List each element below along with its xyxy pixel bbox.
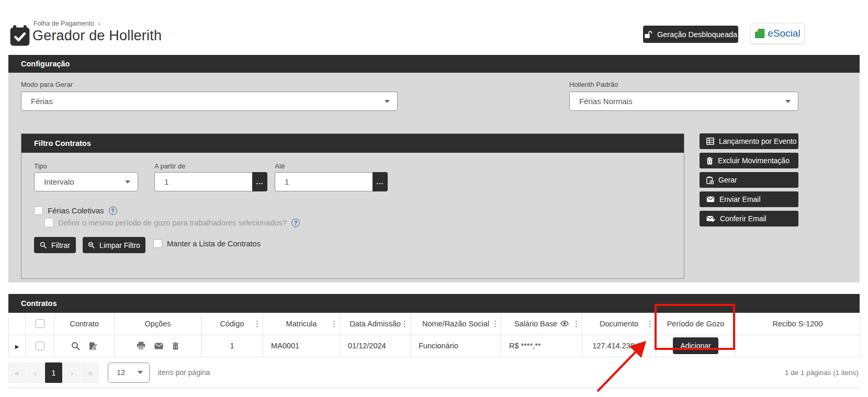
pager: « ‹ 1 › » bbox=[8, 362, 99, 383]
a-partir-de-input[interactable] bbox=[154, 172, 252, 191]
column-codigo-label: Código bbox=[220, 320, 244, 328]
column-opcoes: Opções bbox=[115, 313, 201, 335]
column-menu-icon[interactable]: ⋮ bbox=[491, 319, 498, 328]
ate-input[interactable] bbox=[275, 172, 373, 191]
column-data-admissao[interactable]: Data Admissão ⋮ bbox=[340, 313, 411, 335]
column-salario-base[interactable]: Salário Base ⋮ bbox=[501, 313, 582, 335]
column-menu-icon[interactable]: ⋮ bbox=[572, 319, 579, 328]
cell-matricula: MA0001 bbox=[263, 335, 340, 357]
column-periodo-de-gozo: Período de Gozo bbox=[656, 313, 736, 335]
a-partir-de-more-button[interactable]: ... bbox=[252, 172, 267, 191]
modo-para-gerar-select[interactable]: Férias bbox=[21, 92, 398, 111]
gerar-button[interactable]: Gerar bbox=[700, 172, 798, 188]
column-nome-razao-social[interactable]: Nome/Razão Social ⋮ bbox=[411, 313, 501, 335]
edit-contract-icon[interactable] bbox=[88, 342, 98, 350]
definir-periodo-label: Definir o mesmo período de gozo para tra… bbox=[58, 219, 287, 227]
hollerith-padrao-value: Férias Normais bbox=[579, 97, 633, 106]
page-size-value: 12 bbox=[117, 368, 125, 377]
manter-lista-checkbox[interactable] bbox=[153, 239, 162, 248]
definir-periodo-help-icon[interactable]: ? bbox=[291, 219, 300, 227]
column-nome-label: Nome/Razão Social bbox=[422, 320, 489, 328]
definir-periodo-checkbox[interactable] bbox=[44, 218, 53, 227]
cell-data-admissao: 01/12/2024 bbox=[340, 335, 411, 357]
ferias-coletivas-help-icon[interactable]: ? bbox=[109, 207, 117, 215]
ferias-coletivas-checkbox[interactable] bbox=[34, 206, 43, 215]
column-matricula[interactable]: Matricula ⋮ bbox=[263, 313, 340, 335]
hollerith-padrao-select[interactable]: Férias Normais bbox=[569, 92, 798, 111]
cell-recibo-s1200 bbox=[736, 335, 860, 357]
clear-search-icon bbox=[88, 242, 95, 248]
first-page-button[interactable]: « bbox=[8, 362, 26, 383]
hollerith-padrao-label: Hollerith Padrão bbox=[569, 81, 618, 88]
prev-page-button[interactable]: ‹ bbox=[27, 362, 44, 383]
search-icon bbox=[40, 242, 47, 248]
page-title: Gerador de Hollerith bbox=[32, 28, 162, 44]
filtro-contratos-header: Filtro Contratos bbox=[21, 134, 684, 153]
geracao-desbloqueada-button[interactable]: Geração Desbloqueada bbox=[643, 26, 738, 43]
breadcrumb: Folha de Pagamento › bbox=[33, 19, 100, 28]
last-page-button[interactable]: » bbox=[82, 362, 99, 383]
column-menu-icon[interactable]: ⋮ bbox=[401, 319, 407, 328]
clipboard-calc-icon bbox=[706, 176, 714, 184]
adicionar-button[interactable]: Adicionar bbox=[673, 337, 718, 354]
conferir-email-button[interactable]: Conferir Email bbox=[700, 211, 798, 226]
column-matricula-label: Matricula bbox=[286, 320, 317, 328]
tipo-select[interactable]: Intervalo bbox=[34, 172, 138, 191]
column-recibo-label: Recibo S-1200 bbox=[773, 320, 823, 328]
breadcrumb-link[interactable]: Folha de Pagamento bbox=[33, 20, 94, 27]
column-data-admissao-label: Data Admissão bbox=[350, 320, 401, 328]
contratos-section-header: Contratos bbox=[8, 294, 860, 313]
column-opcoes-label: Opções bbox=[145, 320, 171, 328]
eye-icon[interactable] bbox=[560, 321, 569, 326]
a-partir-de-label: A partir de bbox=[154, 162, 185, 170]
limpar-filtro-button[interactable]: Limpar Filtro bbox=[83, 237, 145, 253]
view-contract-icon[interactable] bbox=[71, 342, 80, 350]
column-documento-label: Documento bbox=[600, 320, 638, 328]
column-menu-icon[interactable]: ⋮ bbox=[646, 319, 652, 328]
next-page-button[interactable]: › bbox=[63, 362, 81, 383]
column-menu-icon[interactable]: ⋮ bbox=[330, 319, 336, 328]
cell-codigo: 1 bbox=[201, 335, 263, 357]
esocial-button[interactable]: eSocial bbox=[750, 23, 805, 44]
tipo-label: Tipo bbox=[34, 162, 47, 170]
column-menu-icon[interactable]: ⋮ bbox=[253, 319, 260, 328]
row-expand-icon[interactable]: ▶ bbox=[15, 344, 19, 349]
items-per-page-label: itens por página bbox=[158, 368, 210, 377]
filtro-contratos-title: Filtro Contratos bbox=[34, 139, 91, 148]
ate-more-button[interactable]: ... bbox=[373, 172, 388, 191]
excluir-movimentacao-button[interactable]: Excluir Movimentação bbox=[700, 153, 798, 168]
configuracao-panel: Modo para Gerar Férias Hollerith Padrão … bbox=[8, 73, 860, 282]
column-codigo[interactable]: Código ⋮ bbox=[201, 313, 263, 335]
esocial-logo-icon bbox=[754, 28, 765, 39]
ate-label: Até bbox=[275, 162, 285, 170]
select-all-checkbox[interactable] bbox=[36, 319, 44, 328]
chevron-down-icon bbox=[385, 100, 390, 103]
esocial-label: eSocial bbox=[768, 28, 800, 39]
filtrar-button[interactable]: Filtrar bbox=[34, 237, 76, 253]
page-size-select[interactable]: 12 bbox=[108, 362, 150, 383]
unlock-icon bbox=[644, 30, 652, 39]
page-1-button[interactable]: 1 bbox=[45, 362, 62, 383]
envelope-icon bbox=[706, 196, 715, 202]
chevron-down-icon bbox=[125, 180, 130, 184]
conferir-email-label: Conferir Email bbox=[720, 214, 766, 223]
column-salario-label: Salário Base bbox=[514, 320, 557, 328]
column-documento[interactable]: Documento ⋮ bbox=[582, 313, 656, 335]
expand-column-header bbox=[9, 313, 26, 335]
tipo-value: Intervalo bbox=[44, 177, 74, 186]
column-recibo-s1200: Recibo S-1200 bbox=[736, 313, 860, 335]
enviar-email-button[interactable]: Enviar Email bbox=[700, 191, 798, 207]
delete-icon[interactable] bbox=[172, 342, 179, 350]
gerar-label: Gerar bbox=[718, 176, 737, 184]
email-icon[interactable] bbox=[154, 343, 163, 349]
ferias-coletivas-label: Férias Coletivas bbox=[48, 206, 104, 215]
chevron-down-icon bbox=[785, 100, 791, 103]
column-periodo-label: Período de Gozo bbox=[667, 320, 725, 328]
lancamento-por-evento-button[interactable]: Lançamento por Evento bbox=[700, 133, 798, 149]
excluir-label: Excluir Movimentação bbox=[718, 156, 790, 165]
gerador-de-hollerith-page: Folha de Pagamento › Gerador de Hollerit… bbox=[0, 0, 868, 397]
column-contrato-label: Contrato bbox=[70, 320, 99, 328]
cell-periodo-de-gozo: Adicionar bbox=[656, 335, 736, 357]
print-icon[interactable] bbox=[137, 342, 145, 350]
row-checkbox[interactable] bbox=[36, 342, 44, 350]
